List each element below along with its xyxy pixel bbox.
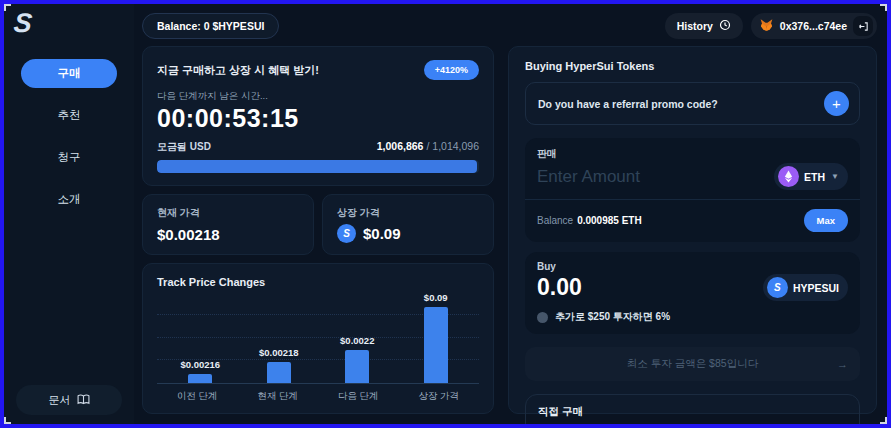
corner-mark — [4, 4, 11, 11]
fundraise-progress-fill — [157, 160, 477, 173]
bonus-row: 추가로 $250 투자하면 6% — [537, 310, 848, 324]
docs-button[interactable]: 문서 — [16, 385, 122, 415]
direct-buy-box: 직접 구매 CCw4...sx1s — [525, 394, 860, 428]
add-promo-code-button[interactable]: + — [824, 91, 849, 116]
sidebar-item-claim[interactable]: 청구 — [21, 143, 117, 172]
arrow-right-icon: → — [837, 358, 848, 370]
sidebar-item-referral[interactable]: 추천 — [21, 101, 117, 130]
bonus-badge: +4120% — [424, 60, 479, 80]
sidebar-item-about[interactable]: 소개 — [21, 185, 117, 214]
hypesui-coin-icon: S — [337, 224, 356, 243]
bar — [267, 362, 291, 383]
clock-icon — [719, 19, 731, 33]
sidebar: S 구매 추천 청구 소개 문서 — [4, 4, 134, 424]
category-label: 이전 단계 — [157, 390, 238, 403]
bar-value-label: $0.09 — [424, 292, 448, 303]
listing-price-value: $0.09 — [363, 225, 401, 242]
bar-previous-stage: $0.00216 — [161, 292, 240, 383]
logout-icon[interactable] — [853, 16, 873, 36]
current-price-label: 현재 가격 — [157, 206, 299, 220]
countdown-timer: 00:00:53:15 — [157, 104, 479, 133]
docs-label: 문서 — [49, 393, 71, 408]
divider — [525, 199, 860, 200]
bar-listing-price: $0.09 — [397, 292, 476, 383]
main-area: Balance: 0 $HYPESUI History 0x376...c74e… — [134, 4, 887, 424]
buy-panel: Buying HyperSui Tokens Do you have a ref… — [508, 46, 877, 414]
amount-input[interactable]: Enter Amount — [537, 167, 640, 187]
category-label: 상장 가격 — [399, 390, 480, 403]
bar — [345, 350, 369, 383]
wallet-button[interactable]: 0x376...c74ee — [751, 13, 877, 39]
referral-question: Do you have a referral promo code? — [538, 98, 718, 110]
price-cards: 현재 가격 $0.00218 상장 가격 S $0.09 — [142, 194, 494, 255]
buy-panel-title: Buying HyperSui Tokens — [525, 60, 860, 72]
fundraise-progress-bar — [157, 160, 479, 173]
sell-box: 판매 Enter Amount ETH ▼ — [525, 138, 860, 242]
hypesui-coin-icon: S — [767, 277, 788, 298]
bar-value-label: $0.00216 — [180, 359, 220, 370]
referral-box: Do you have a referral promo code? + — [525, 82, 860, 125]
current-price-value: $0.00218 — [157, 226, 299, 243]
history-button[interactable]: History — [665, 13, 743, 39]
raised-label: 모금됨 USD — [157, 140, 211, 154]
token-selector-label: ETH — [804, 171, 825, 183]
min-investment-button[interactable]: 최소 투자 금액은 $85입니다 → — [525, 347, 860, 381]
sidebar-nav: 구매 추천 청구 소개 — [4, 59, 134, 227]
buy-amount-value: 0.00 — [537, 274, 582, 301]
right-column: Buying HyperSui Tokens Do you have a ref… — [508, 46, 877, 414]
balance-pill: Balance: 0 $HYPESUI — [142, 13, 279, 39]
raised-total: / 1,014,096 — [426, 140, 479, 152]
bonus-note: 추가로 $250 투자하면 6% — [555, 310, 670, 324]
corner-mark — [4, 417, 11, 424]
metamask-icon — [759, 18, 774, 34]
app-logo: S — [13, 10, 34, 37]
eth-balance-label: Balance — [537, 215, 573, 226]
book-icon — [77, 394, 90, 407]
buy-box: Buy 0.00 S HYPESUI 추가로 $250 투자하면 6% — [525, 252, 860, 334]
max-button[interactable]: Max — [804, 209, 848, 232]
chart-title: Track Price Changes — [157, 276, 479, 288]
corner-mark — [880, 417, 887, 424]
eth-icon — [778, 166, 799, 187]
wallet-address: 0x376...c74ee — [780, 20, 847, 32]
price-chart-card: Track Price Changes $0.00216 $0.00218 — [142, 263, 494, 414]
countdown-label: 다음 단계까지 남은 시간... — [157, 90, 479, 103]
bar — [188, 374, 212, 383]
listing-price-label: 상장 가격 — [337, 206, 479, 220]
bar-current-stage: $0.00218 — [240, 292, 319, 383]
chevron-down-icon: ▼ — [831, 172, 839, 181]
hypesui-token-pill: S HYPESUI — [763, 274, 848, 301]
sidebar-item-buy[interactable]: 구매 — [21, 59, 117, 88]
chart-categories: 이전 단계 현재 단계 다음 단계 상장 가격 — [157, 390, 479, 403]
bar-chart: $0.00216 $0.00218 $0.0022 $0.09 — [157, 292, 479, 384]
app-window: S 구매 추천 청구 소개 문서 Balance: 0 $HYPESUI His… — [0, 0, 891, 428]
topbar: Balance: 0 $HYPESUI History 0x376...c74e… — [142, 12, 877, 40]
bar-value-label: $0.00218 — [259, 347, 299, 358]
current-price-card: 현재 가격 $0.00218 — [142, 194, 314, 255]
promo-text: 지금 구매하고 상장 시 혜택 받기! — [157, 63, 319, 78]
category-label: 다음 단계 — [318, 390, 399, 403]
token-selector[interactable]: ETH ▼ — [774, 163, 848, 190]
left-column: 지금 구매하고 상장 시 혜택 받기! +4120% 다음 단계까지 남은 시간… — [142, 46, 494, 414]
info-dot-icon — [537, 312, 548, 323]
corner-mark — [880, 4, 887, 11]
bar — [424, 307, 448, 383]
direct-buy-label: 직접 구매 — [538, 405, 847, 419]
topbar-right: History 0x376...c74ee — [665, 13, 877, 39]
category-label: 현재 단계 — [238, 390, 319, 403]
listing-price-card: 상장 가격 S $0.09 — [322, 194, 494, 255]
presale-card: 지금 구매하고 상장 시 혜택 받기! +4120% 다음 단계까지 남은 시간… — [142, 46, 494, 186]
raised-value: 1,006,866 — [377, 140, 424, 152]
buy-label: Buy — [537, 261, 848, 272]
bar-value-label: $0.0022 — [340, 335, 374, 346]
hypesui-token-label: HYPESUI — [793, 282, 839, 294]
eth-balance-value: 0.000985 ETH — [577, 215, 642, 226]
sell-label: 판매 — [537, 147, 848, 161]
min-investment-label: 최소 투자 금액은 $85입니다 — [627, 357, 758, 371]
history-label: History — [677, 20, 713, 32]
content: 지금 구매하고 상장 시 혜택 받기! +4120% 다음 단계까지 남은 시간… — [142, 46, 877, 414]
bar-next-stage: $0.0022 — [318, 292, 397, 383]
